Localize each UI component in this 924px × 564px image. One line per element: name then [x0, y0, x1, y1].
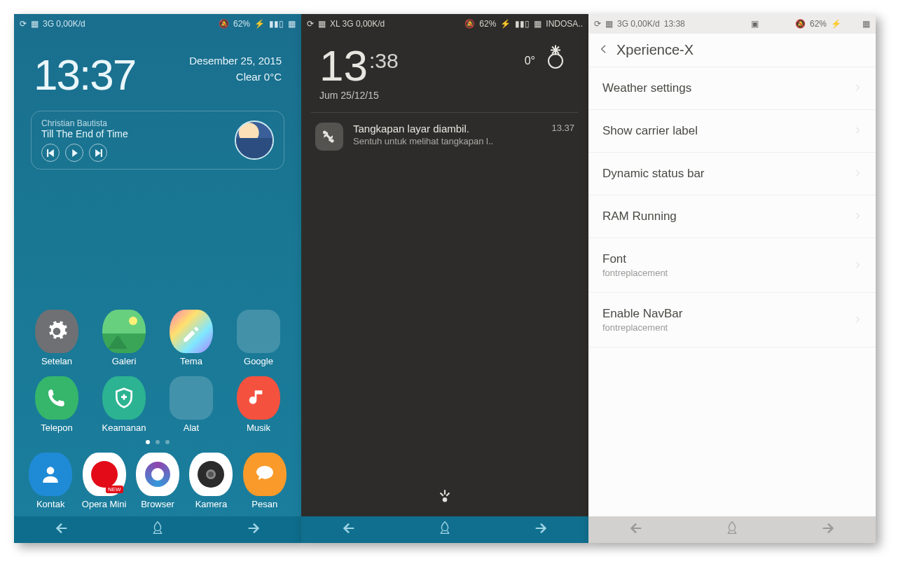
settings-item-sub: fontreplacement: [602, 268, 668, 278]
battery-label: 62%: [810, 19, 827, 29]
app-grid: Setelan Galeri Tema Google Telepon: [14, 303, 301, 436]
app-telepon[interactable]: Telepon: [27, 376, 87, 433]
settings-item[interactable]: Fontfontreplacement: [588, 238, 876, 293]
temp-label: 0°: [525, 55, 535, 67]
app-badge-icon: ▣: [751, 19, 759, 29]
rotate-icon: ⟳: [20, 19, 27, 29]
clock-hours: 13: [319, 46, 368, 85]
play-button[interactable]: [65, 144, 83, 162]
nav-bar: [14, 516, 301, 543]
prev-button[interactable]: [41, 144, 60, 162]
status-bar: ⟳ ▦ XL 3G 0,00K/d 🔕 62% ⚡ ▮▮▯ ▦ INDOSA..: [301, 14, 588, 34]
settings-item-label: Dynamic status bar: [602, 167, 705, 181]
app-label: Galeri: [112, 356, 137, 366]
settings-item-label: Font: [602, 252, 668, 266]
settings-list: Weather settingsShow carrier labelDynami…: [588, 67, 876, 516]
battery-icon: ▮▮▯: [269, 19, 284, 29]
dock-browser[interactable]: Browser: [134, 453, 181, 509]
mute-icon: 🔕: [219, 19, 229, 29]
chevron-right-icon: [853, 259, 862, 273]
dock-kontak[interactable]: Kontak: [27, 453, 74, 509]
app-keamanan[interactable]: Keamanan: [94, 376, 154, 433]
mute-icon: 🔕: [795, 19, 806, 29]
battery-label: 62%: [479, 19, 496, 29]
carrier-label: XL 3G 0,00K/d: [330, 19, 385, 29]
settings-title: Xperience-X: [616, 42, 694, 58]
app-label: Kamera: [195, 499, 228, 509]
settings-item-label: Enable NavBar: [602, 307, 682, 321]
folder-alat[interactable]: Alat: [161, 376, 221, 433]
notification-item[interactable]: Tangkapan layar diambil. Sentuh untuk me…: [301, 113, 588, 160]
status-bar: ⟳ ▦ 3G 0,00K/d 🔕 62% ⚡ ▮▮▯ ▦: [14, 14, 301, 34]
shade-weather[interactable]: 0°: [525, 46, 570, 76]
nav-recent[interactable]: [820, 521, 836, 539]
shade-clock[interactable]: 13 :38 0°: [301, 34, 588, 90]
shade-date: Jum 25/12/15: [301, 90, 588, 112]
status-bar: ⟳ ▦ 3G 0,00K/d 13:38 ▣ 🔕 62% ⚡ ▦: [588, 14, 876, 34]
music-artist: Christian Bautista: [41, 118, 228, 128]
dock-kamera[interactable]: Kamera: [187, 453, 235, 509]
next-button[interactable]: [89, 144, 107, 162]
dock: Kontak NEW Opera Mini Browser Kamera Pes…: [14, 448, 301, 516]
nav-home[interactable]: [724, 521, 740, 539]
notif-time: 13.37: [551, 123, 574, 133]
album-art: [235, 121, 274, 160]
notif-subtitle: Sentuh untuk melihat tangkapan l..: [353, 136, 542, 146]
page-indicator[interactable]: [14, 436, 301, 448]
battery-icon: ▮▮▯: [515, 19, 530, 29]
qr-icon: ▦: [318, 19, 326, 29]
app-label: Setelan: [41, 356, 72, 366]
settings-item[interactable]: Weather settings: [588, 67, 876, 110]
back-button[interactable]: [598, 42, 609, 58]
settings-item-label: RAM Running: [602, 209, 677, 223]
qr-icon: ▦: [31, 19, 39, 29]
rotate-icon: ⟳: [594, 19, 601, 29]
nav-bar: [588, 516, 876, 543]
app-musik[interactable]: Musik: [228, 376, 289, 433]
notification-shade: ⟳ ▦ XL 3G 0,00K/d 🔕 62% ⚡ ▮▮▯ ▦ INDOSA..…: [301, 14, 588, 543]
app-label: Tema: [180, 356, 202, 366]
app-tema[interactable]: Tema: [161, 310, 221, 366]
network-label: 3G 0,00K/d: [617, 19, 660, 29]
bolt-icon: ⚡: [831, 19, 841, 29]
sun-icon: [541, 46, 570, 76]
shade-handle[interactable]: [436, 467, 454, 516]
nav-back[interactable]: [341, 521, 357, 539]
folder-google[interactable]: Google: [228, 310, 289, 366]
nav-recent[interactable]: [246, 521, 261, 539]
nav-recent[interactable]: [533, 521, 549, 539]
clock-widget[interactable]: 13:37 Desember 25, 2015 Clear 0°C: [14, 34, 301, 102]
notif-title: Tangkapan layar diambil.: [353, 123, 542, 135]
nav-home[interactable]: [150, 521, 165, 539]
nav-back[interactable]: [628, 521, 644, 539]
app-label: Opera Mini: [82, 499, 127, 509]
screenshot-icon: [315, 123, 343, 151]
chevron-right-icon: [853, 313, 862, 327]
app-label: Musik: [247, 422, 270, 433]
bolt-icon: ⚡: [500, 19, 511, 29]
settings-item-label: Show carrier label: [602, 124, 698, 138]
app-galeri[interactable]: Galeri: [94, 310, 154, 366]
clock-date: Desember 25, 2015: [189, 53, 282, 69]
qr-icon: ▦: [605, 19, 613, 29]
qr-icon: ▦: [862, 19, 870, 29]
settings-item[interactable]: Dynamic status bar: [588, 153, 876, 195]
qr-icon: ▦: [288, 19, 296, 29]
carrier-right: INDOSA..: [546, 19, 583, 29]
settings-item-sub: fontreplacement: [602, 322, 682, 333]
settings-item[interactable]: Enable NavBarfontreplacement: [588, 293, 876, 348]
network-label: 3G 0,00K/d: [43, 19, 85, 29]
nav-bar: [301, 516, 588, 543]
nav-home[interactable]: [437, 521, 453, 539]
nav-back[interactable]: [54, 521, 69, 539]
app-setelan[interactable]: Setelan: [27, 310, 87, 366]
app-label: Keamanan: [102, 422, 146, 433]
chevron-right-icon: [853, 167, 862, 181]
music-widget[interactable]: Christian Bautista Till The End of Time: [31, 111, 284, 170]
settings-header: Xperience-X: [588, 34, 876, 67]
settings-item[interactable]: Show carrier label: [588, 110, 876, 153]
app-label: Kontak: [36, 499, 64, 509]
settings-item[interactable]: RAM Running: [588, 195, 876, 238]
dock-pesan[interactable]: Pesan: [241, 453, 289, 509]
dock-opera[interactable]: NEW Opera Mini: [80, 453, 127, 509]
